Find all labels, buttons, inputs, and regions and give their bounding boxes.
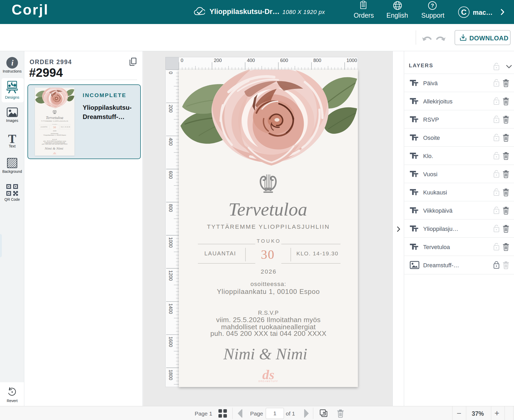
svg-text:400: 400 xyxy=(247,58,255,63)
svg-text:1000: 1000 xyxy=(168,237,173,248)
svg-text:1800: 1800 xyxy=(168,370,173,380)
svg-text:1200: 1200 xyxy=(168,270,173,281)
svg-text:600: 600 xyxy=(168,171,173,179)
svg-text:?: ? xyxy=(431,3,434,8)
svg-text:1400: 1400 xyxy=(168,303,173,314)
svg-text:400: 400 xyxy=(168,138,173,146)
svg-text:800: 800 xyxy=(168,204,173,212)
svg-text:800: 800 xyxy=(313,58,321,63)
svg-text:600: 600 xyxy=(280,58,288,63)
svg-text:C: C xyxy=(461,8,467,16)
svg-text:200: 200 xyxy=(214,58,222,63)
svg-text:i: i xyxy=(11,58,14,67)
svg-text:1000: 1000 xyxy=(347,58,357,63)
svg-text:0: 0 xyxy=(181,58,183,63)
svg-text:200: 200 xyxy=(168,105,173,113)
svg-text:1600: 1600 xyxy=(168,336,173,347)
svg-text:0: 0 xyxy=(168,71,173,74)
